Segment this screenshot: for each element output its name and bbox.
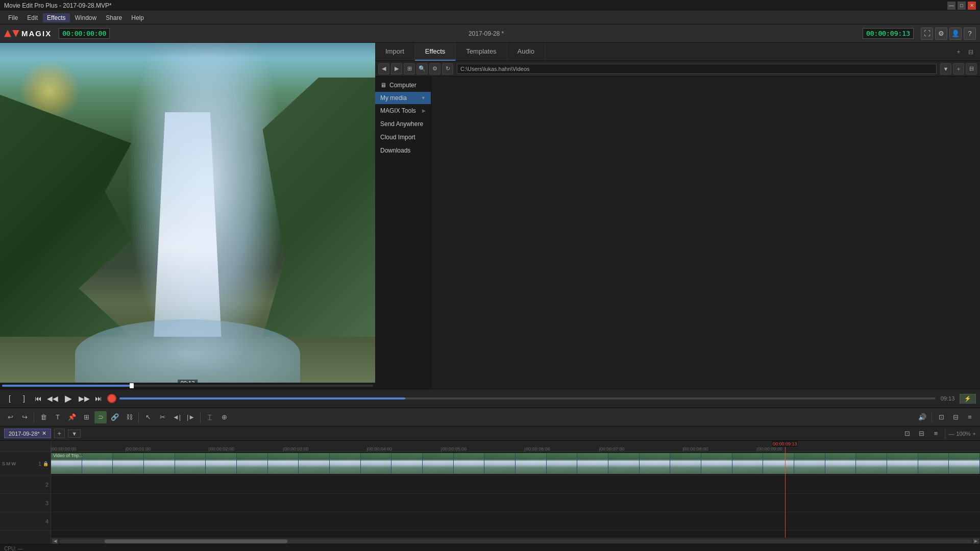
et-view1[interactable]: ⊡ xyxy=(935,411,947,423)
nav-magix-tools[interactable]: MAGIX Tools ▶ xyxy=(375,104,431,117)
video-clip-strip[interactable] xyxy=(51,453,980,474)
panel-back-btn[interactable]: ◀ xyxy=(378,63,389,74)
clip-14[interactable] xyxy=(454,453,485,474)
nav-cloud-import[interactable]: Cloud Import xyxy=(375,131,431,144)
menu-help[interactable]: Help xyxy=(127,13,148,22)
toolbar-time-left[interactable]: 00:00:00:00 xyxy=(59,28,110,39)
panel-add-btn[interactable]: + xyxy=(953,63,964,74)
pb-prev[interactable]: ◀◀ xyxy=(47,393,58,404)
clip-18[interactable] xyxy=(577,453,608,474)
track-row-4[interactable] xyxy=(51,512,980,531)
clip-16[interactable] xyxy=(516,453,547,474)
panel-path-dropdown-btn[interactable]: ▼ xyxy=(940,63,951,74)
clip-25[interactable] xyxy=(794,453,825,474)
et-volume[interactable]: 🔊 xyxy=(916,411,928,423)
clip-21[interactable] xyxy=(670,453,701,474)
pb-next[interactable]: ▶▶ xyxy=(79,393,90,404)
et-group[interactable]: ⊞ xyxy=(80,411,92,423)
panel-list-btn[interactable]: ⊟ xyxy=(966,63,977,74)
clip-24[interactable] xyxy=(763,453,794,474)
et-text[interactable]: T xyxy=(52,411,64,423)
panel-plus-btn[interactable]: + xyxy=(953,47,964,57)
toolbar-time-right[interactable]: 00:00:09:13 xyxy=(863,28,914,39)
et-magnet[interactable]: ⊃ xyxy=(94,411,107,423)
add-tab-btn[interactable]: + xyxy=(54,429,65,438)
zoom-minus-btn[interactable]: — xyxy=(948,431,954,437)
clip-19[interactable] xyxy=(608,453,640,474)
scrollbar-right-btn[interactable]: ▶ xyxy=(973,539,979,544)
panel-forward-btn[interactable]: ▶ xyxy=(391,63,402,74)
clip-8[interactable] xyxy=(268,453,299,474)
clip-17[interactable] xyxy=(547,453,578,474)
pb-play-btn[interactable]: ▶ xyxy=(61,391,76,406)
tc-lock[interactable]: 🔒 xyxy=(43,461,48,466)
et-trim-right[interactable]: |► xyxy=(185,411,197,423)
track-row-2[interactable] xyxy=(51,475,980,494)
et-pointer[interactable]: ↖ xyxy=(142,411,154,423)
timeline-ruler[interactable]: 00:00:00:00 00:00:01:00 00:00:02:00 00:0… xyxy=(51,441,980,452)
clip-4[interactable] xyxy=(144,453,175,474)
tl-view1-btn[interactable]: ⊡ xyxy=(901,428,913,440)
clip-6[interactable] xyxy=(206,453,237,474)
pb-to-start[interactable]: ⏮ xyxy=(33,393,44,404)
et-insert[interactable]: ⊕ xyxy=(218,411,230,423)
et-split[interactable]: ⌶ xyxy=(204,411,216,423)
nav-my-media[interactable]: My media ▼ xyxy=(375,92,431,104)
clip-20[interactable] xyxy=(640,453,671,474)
pb-bracket-close[interactable]: ] xyxy=(18,393,30,404)
toolbar-profile-btn[interactable]: 👤 xyxy=(949,28,962,40)
path-input[interactable] xyxy=(457,64,937,74)
menu-share[interactable]: Share xyxy=(102,13,126,22)
panel-grid-view-btn[interactable]: ⊞ xyxy=(404,63,415,74)
clip-13[interactable] xyxy=(423,453,454,474)
menu-edit[interactable]: Edit xyxy=(23,13,42,22)
scrollbar-left-btn[interactable]: ◀ xyxy=(52,539,58,544)
toolbar-fullscreen-btn[interactable]: ⛶ xyxy=(921,28,933,40)
maximize-button[interactable]: □ xyxy=(958,2,966,10)
clip-28[interactable] xyxy=(887,453,918,474)
clip-7[interactable] xyxy=(237,453,268,474)
clip-26[interactable] xyxy=(825,453,856,474)
add-tab-dropdown[interactable]: ▼ xyxy=(68,430,81,438)
pb-boost-btn[interactable]: ⚡ xyxy=(960,394,976,404)
et-undo[interactable]: ↩ xyxy=(4,411,16,423)
nav-computer[interactable]: 🖥 Computer xyxy=(375,79,431,92)
et-redo[interactable]: ↪ xyxy=(18,411,31,423)
clip-22[interactable] xyxy=(701,453,732,474)
track-row-1[interactable]: Video of Trip... xyxy=(51,452,980,475)
et-view2[interactable]: ⊟ xyxy=(949,411,962,423)
pb-record-btn[interactable] xyxy=(107,394,116,403)
nav-send-anywhere[interactable]: Send Anywhere xyxy=(375,117,431,131)
toolbar-settings-btn[interactable]: ⚙ xyxy=(935,28,947,40)
clip-3[interactable] xyxy=(113,453,144,474)
clip-30[interactable] xyxy=(949,453,980,474)
clip-15[interactable] xyxy=(484,453,516,474)
project-tab[interactable]: 2017-09-28* ✕ xyxy=(4,429,51,438)
menu-effects[interactable]: Effects xyxy=(43,13,69,22)
panel-settings-btn[interactable]: ⚙ xyxy=(429,63,440,74)
clip-12[interactable] xyxy=(391,453,423,474)
et-view3[interactable]: ≡ xyxy=(964,411,976,423)
nav-downloads[interactable]: Downloads xyxy=(375,144,431,157)
close-tab-icon[interactable]: ✕ xyxy=(42,430,46,437)
tl-view3-btn[interactable]: ≡ xyxy=(929,428,942,440)
clip-1[interactable] xyxy=(51,453,82,474)
scrollbar-track[interactable] xyxy=(59,539,972,543)
clip-9[interactable] xyxy=(299,453,330,474)
clip-2[interactable] xyxy=(82,453,113,474)
tab-import[interactable]: Import xyxy=(375,43,415,61)
et-delete[interactable]: 🗑 xyxy=(37,411,50,423)
et-cut[interactable]: ✂ xyxy=(156,411,168,423)
et-trim-left[interactable]: ◄| xyxy=(170,411,183,423)
clip-5[interactable] xyxy=(175,453,206,474)
pb-progress[interactable] xyxy=(119,397,936,399)
panel-search-btn[interactable]: 🔍 xyxy=(416,63,428,74)
preview-scrubber[interactable] xyxy=(0,383,375,389)
clip-10[interactable] xyxy=(330,453,361,474)
pb-bracket-open[interactable]: [ xyxy=(4,393,15,404)
scrollbar-thumb[interactable] xyxy=(105,539,287,543)
pb-to-end[interactable]: ⏭ xyxy=(93,393,104,404)
minimize-button[interactable]: — xyxy=(947,2,955,10)
tab-effects[interactable]: Effects xyxy=(415,43,456,61)
clip-23[interactable] xyxy=(732,453,764,474)
